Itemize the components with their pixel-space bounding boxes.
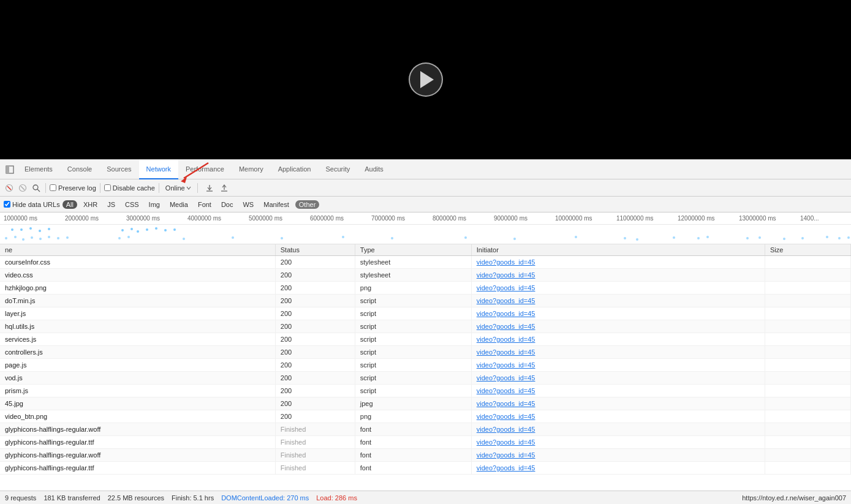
cell-initiator[interactable]: video?goods_id=45: [471, 282, 765, 295]
filter-css[interactable]: CSS: [121, 200, 143, 209]
stop-recording-icon[interactable]: [4, 182, 15, 194]
tab-security[interactable]: Security: [318, 160, 357, 179]
filter-font[interactable]: Font: [194, 200, 215, 209]
svg-point-12: [11, 228, 13, 231]
clear-icon[interactable]: [17, 182, 28, 194]
col-initiator[interactable]: Initiator: [471, 244, 765, 256]
cell-name: 45.jpg: [0, 397, 275, 410]
tab-audits[interactable]: Audits: [357, 160, 391, 179]
tab-memory[interactable]: Memory: [232, 160, 271, 179]
cell-name: video.css: [0, 269, 275, 282]
cell-status: Finished: [275, 423, 355, 436]
cell-initiator[interactable]: video?goods_id=45: [471, 307, 765, 320]
export-icon[interactable]: [219, 182, 230, 194]
tl-label-3: 4000000 ms: [184, 215, 245, 222]
svg-point-6: [33, 185, 38, 190]
cell-initiator[interactable]: video?goods_id=45: [471, 423, 765, 436]
cell-initiator[interactable]: video?goods_id=45: [471, 410, 765, 423]
tl-label-9: 10000000 ms: [551, 215, 613, 222]
tab-performance[interactable]: Performance: [178, 160, 232, 179]
filter-img[interactable]: Img: [145, 200, 164, 209]
table-row[interactable]: courseInfor.css 200 stylesheet video?goo…: [0, 256, 851, 269]
filter-manifest[interactable]: Manifest: [260, 200, 293, 209]
table-row[interactable]: doT.min.js 200 script video?goods_id=45: [0, 295, 851, 307]
tab-network[interactable]: Network: [139, 160, 178, 179]
svg-point-34: [183, 238, 185, 240]
tl-label-6: 7000000 ms: [368, 215, 429, 222]
table-row[interactable]: layer.js 200 script video?goods_id=45: [0, 307, 851, 320]
play-button[interactable]: [409, 62, 443, 97]
cell-size: [765, 295, 851, 307]
requests-count: 9 requests: [5, 494, 36, 502]
cell-size: [765, 436, 851, 449]
cell-initiator[interactable]: video?goods_id=45: [471, 320, 765, 333]
cell-initiator[interactable]: video?goods_id=45: [471, 269, 765, 282]
cell-status: 200: [275, 320, 355, 333]
tab-sources[interactable]: Sources: [99, 160, 138, 179]
preserve-log-input[interactable]: [50, 184, 56, 191]
devtools-dock-icon[interactable]: [2, 162, 17, 177]
table-row[interactable]: 45.jpg 200 jpeg video?goods_id=45: [0, 397, 851, 410]
filter-all[interactable]: All: [62, 200, 77, 209]
table-row[interactable]: hzhkjlogo.png 200 png video?goods_id=45: [0, 282, 851, 295]
table-row[interactable]: glyphicons-halflings-regular.ttf Finishe…: [0, 436, 851, 449]
filter-other[interactable]: Other: [295, 200, 320, 209]
col-size[interactable]: Size: [765, 244, 851, 256]
table-row[interactable]: video_btn.png 200 png video?goods_id=45: [0, 410, 851, 423]
cell-initiator[interactable]: video?goods_id=45: [471, 436, 765, 449]
svg-point-37: [342, 236, 344, 238]
tab-application[interactable]: Application: [271, 160, 319, 179]
svg-point-27: [31, 236, 33, 239]
cell-initiator[interactable]: video?goods_id=45: [471, 449, 765, 462]
disable-cache-input[interactable]: [104, 184, 111, 191]
cell-initiator[interactable]: video?goods_id=45: [471, 372, 765, 385]
filter-media[interactable]: Media: [166, 200, 192, 209]
cell-initiator[interactable]: video?goods_id=45: [471, 359, 765, 372]
svg-point-46: [706, 236, 709, 238]
svg-point-51: [826, 236, 828, 238]
filter-js[interactable]: JS: [104, 200, 119, 209]
import-icon[interactable]: [204, 182, 215, 194]
col-status[interactable]: Status: [275, 244, 355, 256]
cell-initiator[interactable]: video?goods_id=45: [471, 346, 765, 359]
table-row[interactable]: glyphicons-halflings-regular.woff Finish…: [0, 423, 851, 436]
network-table[interactable]: ne Status Type Initiator Size courseInfo…: [0, 244, 851, 491]
table-row[interactable]: prism.js 200 script video?goods_id=45: [0, 385, 851, 397]
cell-initiator[interactable]: video?goods_id=45: [471, 256, 765, 269]
table-row[interactable]: vod.js 200 script video?goods_id=45: [0, 372, 851, 385]
filter-doc[interactable]: Doc: [217, 200, 237, 209]
dom-content-loaded[interactable]: DOMContentLoaded: 270 ms: [221, 494, 309, 502]
filter-ws[interactable]: WS: [239, 200, 257, 209]
cell-initiator[interactable]: video?goods_id=45: [471, 333, 765, 346]
cell-initiator[interactable]: video?goods_id=45: [471, 295, 765, 307]
cell-initiator[interactable]: video?goods_id=45: [471, 462, 765, 475]
hide-data-urls-checkbox[interactable]: Hide data URLs: [4, 201, 60, 208]
tab-elements[interactable]: Elements: [17, 160, 60, 179]
search-icon[interactable]: [31, 182, 42, 194]
tab-console[interactable]: Console: [60, 160, 99, 179]
disable-cache-checkbox[interactable]: Disable cache: [104, 184, 155, 192]
table-row[interactable]: glyphicons-halflings-regular.woff Finish…: [0, 449, 851, 462]
cell-initiator[interactable]: video?goods_id=45: [471, 385, 765, 397]
tl-label-7: 8000000 ms: [429, 215, 490, 222]
table-row[interactable]: controllers.js 200 script video?goods_id…: [0, 346, 851, 359]
table-row[interactable]: services.js 200 script video?goods_id=45: [0, 333, 851, 346]
svg-point-18: [130, 228, 133, 230]
col-name[interactable]: ne: [0, 244, 275, 256]
table-row[interactable]: video.css 200 stylesheet video?goods_id=…: [0, 269, 851, 282]
filter-xhr[interactable]: XHR: [80, 200, 101, 209]
table-row[interactable]: glyphicons-halflings-regular.ttf Finishe…: [0, 462, 851, 475]
cell-name: hql.utils.js: [0, 320, 275, 333]
load-time: Load: 286 ms: [316, 494, 357, 502]
svg-point-31: [66, 236, 69, 239]
cell-initiator[interactable]: video?goods_id=45: [471, 397, 765, 410]
cell-status: 200: [275, 282, 355, 295]
table-row[interactable]: page.js 200 script video?goods_id=45: [0, 359, 851, 372]
throttle-select[interactable]: Online: [163, 184, 194, 192]
col-type[interactable]: Type: [355, 244, 471, 256]
table-row[interactable]: hql.utils.js 200 script video?goods_id=4…: [0, 320, 851, 333]
svg-point-28: [39, 238, 42, 240]
preserve-log-checkbox[interactable]: Preserve log: [50, 184, 96, 192]
hide-data-urls-input[interactable]: [4, 201, 10, 208]
divider2: [100, 183, 100, 193]
